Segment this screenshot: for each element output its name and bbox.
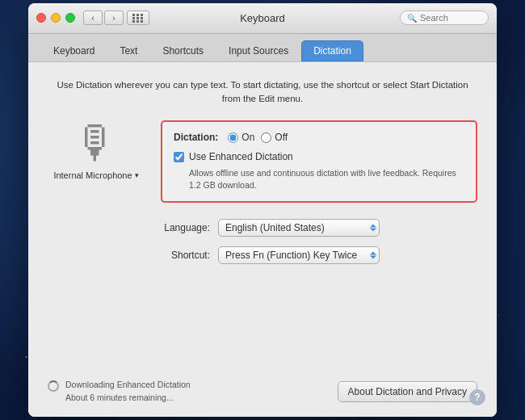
tab-input-sources[interactable]: Input Sources (216, 40, 300, 61)
tab-text[interactable]: Text (107, 40, 149, 61)
mic-label: Internal Microphone ▾ (53, 170, 138, 180)
keyboard-window: ‹ › Keyboard 🔍 Keyboard Text Shortcuts I… (28, 3, 497, 418)
search-box[interactable]: 🔍 (400, 10, 489, 25)
main-area: 🎙 Internal Microphone ▾ Dictation: On (48, 120, 477, 202)
shortcut-row: Shortcut: Press Fn (Function) Key Twice (48, 246, 477, 264)
tab-keyboard[interactable]: Keyboard (41, 40, 107, 61)
search-input[interactable] (420, 13, 485, 23)
maximize-button[interactable] (65, 13, 75, 23)
download-text: Downloading Enhanced Dictation About 6 m… (65, 379, 191, 405)
shortcut-select-wrap: Press Fn (Function) Key Twice (218, 246, 380, 264)
tab-bar: Keyboard Text Shortcuts Input Sources Di… (28, 34, 497, 62)
minimize-button[interactable] (51, 13, 61, 23)
radio-off-label: Off (275, 132, 288, 143)
dictation-label: Dictation: (174, 132, 218, 143)
description-text: Use Dictation wherever you can type text… (48, 78, 477, 107)
close-button[interactable] (36, 13, 46, 23)
tab-shortcuts[interactable]: Shortcuts (150, 40, 216, 61)
radio-on-label: On (242, 132, 254, 143)
traffic-lights (36, 13, 75, 23)
mic-chevron-icon: ▾ (135, 171, 139, 179)
enhanced-description: Allows offline use and continuous dictat… (189, 167, 464, 191)
tab-dictation[interactable]: Dictation (301, 40, 363, 61)
enhanced-checkbox[interactable] (174, 152, 184, 162)
search-icon: 🔍 (407, 14, 417, 23)
download-spinner (48, 380, 59, 392)
grid-icon (132, 14, 144, 23)
radio-off-input[interactable] (261, 132, 271, 143)
nav-buttons: ‹ › (83, 10, 124, 25)
radio-on-option[interactable]: On (228, 132, 254, 143)
language-row: Language: English (United States) (48, 219, 477, 237)
language-select-wrap: English (United States) (218, 219, 380, 237)
download-time: About 6 minutes remaining... (65, 392, 191, 405)
download-title: Downloading Enhanced Dictation (65, 379, 191, 392)
shortcut-label: Shortcut: (145, 250, 210, 261)
radio-off-option[interactable]: Off (261, 132, 288, 143)
dictation-settings-box: Dictation: On Off Use Enhanced Dictation… (161, 120, 477, 202)
language-select[interactable]: English (United States) (218, 219, 380, 237)
language-label: Language: (145, 222, 210, 233)
dictation-radio-row: Dictation: On Off (174, 132, 464, 143)
content-area: Use Dictation wherever you can type text… (28, 62, 497, 369)
titlebar: ‹ › Keyboard 🔍 (28, 3, 497, 34)
mic-section: 🎙 Internal Microphone ▾ (48, 120, 145, 202)
back-button[interactable]: ‹ (83, 10, 103, 25)
download-info: Downloading Enhanced Dictation About 6 m… (48, 379, 191, 405)
forward-button[interactable]: › (104, 10, 124, 25)
bottom-bar: Downloading Enhanced Dictation About 6 m… (28, 369, 497, 418)
shortcut-select[interactable]: Press Fn (Function) Key Twice (218, 246, 380, 264)
radio-on-input[interactable] (228, 132, 238, 143)
microphone-icon: 🎙 (74, 120, 119, 166)
enhanced-dictation-row: Use Enhanced Dictation (174, 151, 464, 162)
grid-button[interactable] (127, 10, 149, 25)
enhanced-label: Use Enhanced Dictation (189, 151, 293, 162)
privacy-button[interactable]: About Dictation and Privacy (338, 381, 477, 402)
window-title: Keyboard (240, 12, 285, 24)
mic-label-text: Internal Microphone (53, 170, 132, 180)
